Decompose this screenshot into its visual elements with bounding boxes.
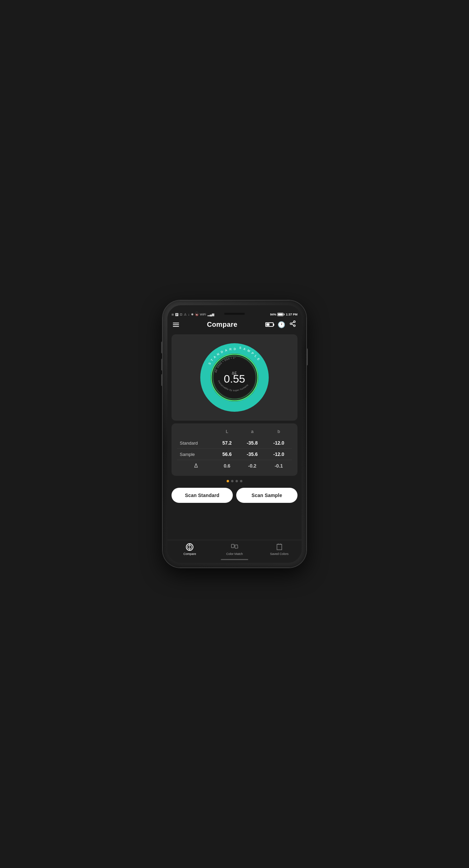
data-table-card: L a b Standard 57.2 -35.8 -12.0 xyxy=(172,423,297,476)
row-label-standard: Standard xyxy=(177,437,215,449)
battery-icon xyxy=(277,313,283,316)
delta-b: -0.1 xyxy=(266,460,292,472)
history-button[interactable]: 🕐 xyxy=(278,321,285,328)
table-row: Δ 0.6 -0.2 -0.1 xyxy=(177,460,292,472)
pagination-dots xyxy=(172,479,297,484)
svg-text:0.55: 0.55 xyxy=(224,373,245,385)
row-label-delta: Δ xyxy=(177,460,215,472)
nav-item-color-match[interactable]: Color Match xyxy=(212,543,257,556)
signal-icon: ▂▄▆ xyxy=(207,313,214,316)
wifi-icon: WiFi xyxy=(200,313,206,316)
battery-percent: 94% xyxy=(270,313,276,316)
menu-button[interactable] xyxy=(173,323,179,327)
share-button[interactable] xyxy=(289,320,296,329)
delta-a: -0.2 xyxy=(239,460,265,472)
sample-L: 56.6 xyxy=(215,449,239,460)
app-header: Compare 🕐 xyxy=(167,318,302,332)
color-match-icon xyxy=(230,543,239,551)
delta-L: 0.6 xyxy=(215,460,239,472)
sample-a: -35.6 xyxy=(239,449,265,460)
svg-rect-20 xyxy=(231,544,234,548)
page-dot-3[interactable] xyxy=(236,480,238,482)
nav-label-color-match: Color Match xyxy=(226,552,243,556)
standard-b: -12.0 xyxy=(266,437,292,449)
nav-label-compare: Compare xyxy=(183,552,196,556)
table-row: Standard 57.2 -35.8 -12.0 xyxy=(177,437,292,449)
col-header-a: a xyxy=(239,427,265,437)
nav-item-compare[interactable]: Compare xyxy=(167,543,212,556)
home-bar xyxy=(221,559,248,560)
donut-container: STANDARD ΔE 2000 • D50 • 2° SAMPLE xyxy=(197,340,272,415)
camera-dot xyxy=(195,311,198,314)
standard-L: 57.2 xyxy=(215,437,239,449)
page-dot-2[interactable] xyxy=(231,480,233,482)
svg-rect-21 xyxy=(235,545,238,548)
page-dot-4[interactable] xyxy=(240,480,242,482)
measurements-table: L a b Standard 57.2 -35.8 -12.0 xyxy=(177,427,292,472)
status-right: 94% 1:37 PM xyxy=(270,313,297,316)
page-title: Compare xyxy=(207,321,238,328)
compare-icon xyxy=(186,543,194,551)
bottom-nav: Compare Color Match xyxy=(167,540,302,558)
col-header-b: b xyxy=(266,427,292,437)
col-header-label xyxy=(177,427,215,437)
col-header-L: L xyxy=(215,427,239,437)
scan-standard-button[interactable]: Scan Standard xyxy=(172,488,233,503)
header-actions: 🕐 xyxy=(265,320,296,329)
download-icon: ↓ xyxy=(188,313,190,316)
status-icons-left: ⊞ P ⊡ ⚠ ↓ ✱ 🔇 WiFi ▂▄▆ xyxy=(172,313,214,316)
image-icon: ⊡ xyxy=(180,313,182,316)
svg-line-4 xyxy=(292,322,294,323)
nav-label-saved-colors: Saved Colors xyxy=(270,552,289,556)
speaker-notch xyxy=(224,313,245,315)
notification-icon: ⊞ xyxy=(172,313,174,316)
sample-b: -12.0 xyxy=(266,449,292,460)
row-label-sample: Sample xyxy=(177,449,215,460)
scan-sample-button[interactable]: Scan Sample xyxy=(236,488,297,503)
page-dot-1[interactable] xyxy=(227,480,229,482)
saved-colors-icon xyxy=(275,543,283,551)
table-row: Sample 56.6 -35.6 -12.0 xyxy=(177,449,292,460)
comparison-card: STANDARD ΔE 2000 • D50 • 2° SAMPLE xyxy=(172,334,297,421)
home-indicator xyxy=(167,558,302,563)
phone-frame: ⊞ P ⊡ ⚠ ↓ ✱ 🔇 WiFi ▂▄▆ 94% 1:37 PM xyxy=(163,300,306,568)
bluetooth-icon: ✱ xyxy=(191,313,194,316)
donut-svg: STANDARD ΔE 2000 • D50 • 2° SAMPLE xyxy=(197,340,272,415)
nav-item-saved-colors[interactable]: Saved Colors xyxy=(257,543,302,556)
svg-line-3 xyxy=(292,324,294,325)
phone-screen: ⊞ P ⊡ ⚠ ↓ ✱ 🔇 WiFi ▂▄▆ 94% 1:37 PM xyxy=(167,305,302,563)
time: 1:37 PM xyxy=(286,313,297,316)
action-buttons: Scan Standard Scan Sample xyxy=(172,486,297,505)
battery-header-icon xyxy=(265,322,274,327)
parking-icon: P xyxy=(175,313,178,316)
main-content: STANDARD ΔE 2000 • D50 • 2° SAMPLE xyxy=(167,332,302,540)
standard-a: -35.8 xyxy=(239,437,265,449)
warning-icon: ⚠ xyxy=(184,313,187,316)
